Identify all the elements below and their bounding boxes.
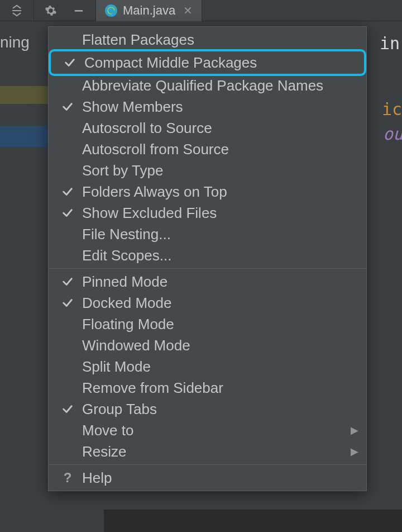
menu-item-resize[interactable]: Resize▶	[49, 441, 366, 462]
menu-item-label: Flatten Packages	[82, 31, 358, 49]
menu-item-label: Edit Scopes...	[82, 247, 358, 264]
gear-icon	[45, 4, 57, 17]
menu-item-show-members[interactable]: Show Members	[49, 96, 366, 117]
menu-item-label: Pinned Mode	[82, 273, 358, 291]
code-fragment-1: in	[380, 34, 400, 53]
menu-item-label: Resize	[82, 443, 351, 460]
menu-item-label: Autoscroll to Source	[82, 120, 358, 137]
partial-text-left: ning	[0, 34, 30, 51]
close-icon[interactable]: ✕	[183, 4, 193, 17]
settings-button[interactable]	[37, 1, 64, 21]
minimize-button[interactable]	[65, 1, 92, 21]
help-icon: ?	[53, 470, 82, 486]
menu-item-flatten-packages[interactable]: Flatten Packages	[49, 29, 366, 50]
menu-item-pinned-mode[interactable]: Pinned Mode	[49, 271, 366, 292]
check-icon	[53, 186, 82, 198]
check-icon	[53, 297, 82, 309]
collapse-button[interactable]	[3, 1, 30, 21]
left-highlight-blue	[0, 126, 48, 147]
menu-item-label: Docked Mode	[82, 294, 358, 312]
menu-item-label: Abbreviate Qualified Package Names	[82, 77, 358, 94]
check-icon	[53, 403, 82, 415]
menu-item-file-nesting[interactable]: File Nesting...	[49, 224, 366, 245]
editor-bottom-area	[104, 510, 402, 532]
collapse-icon	[11, 4, 23, 17]
code-fragment-2: ic	[382, 99, 402, 119]
menu-item-autoscroll-to-source[interactable]: Autoscroll to Source	[49, 117, 366, 139]
menu-item-label: Show Excluded Files	[82, 205, 358, 222]
menu-item-compact-middle-packages[interactable]: Compact Middle Packages	[49, 49, 366, 76]
menu-item-move-to[interactable]: Move to▶	[49, 420, 366, 441]
left-highlight-yellow	[0, 86, 48, 104]
editor-tab-main-java[interactable]: Main.java ✕	[96, 0, 202, 21]
toolbar-left-group	[0, 0, 34, 21]
menu-item-label: Compact Middle Packages	[84, 54, 356, 72]
menu-item-group-tabs[interactable]: Group Tabs	[49, 398, 366, 420]
menu-item-docked-mode[interactable]: Docked Mode	[49, 292, 366, 314]
menu-item-remove-from-sidebar[interactable]: Remove from Sidebar	[49, 377, 366, 398]
settings-dropdown-menu: Flatten PackagesCompact Middle PackagesA…	[48, 26, 367, 491]
menu-separator	[49, 464, 366, 465]
menu-item-abbreviate-qualified-package-names[interactable]: Abbreviate Qualified Package Names	[49, 75, 366, 96]
menu-item-label: Split Mode	[82, 358, 358, 376]
menu-item-label: Remove from Sidebar	[82, 379, 358, 397]
menu-item-show-excluded-files[interactable]: Show Excluded Files	[49, 202, 366, 224]
java-class-icon	[105, 4, 117, 17]
menu-item-label: Floating Mode	[82, 316, 358, 333]
code-fragment-3: ou	[383, 124, 402, 144]
toolbar-mid-group	[34, 0, 95, 21]
menu-item-folders-always-on-top[interactable]: Folders Always on Top	[49, 181, 366, 202]
menu-item-label: Help	[82, 469, 358, 487]
menu-item-edit-scopes[interactable]: Edit Scopes...	[49, 245, 366, 266]
menu-item-label: Autoscroll from Source	[82, 141, 358, 158]
menu-item-label: Windowed Mode	[82, 337, 358, 354]
check-icon	[53, 276, 82, 288]
tab-filename: Main.java	[123, 3, 175, 18]
menu-item-label: Group Tabs	[82, 401, 358, 418]
menu-item-label: Sort by Type	[82, 162, 358, 179]
check-icon	[55, 56, 84, 69]
menu-item-sort-by-type[interactable]: Sort by Type	[49, 160, 366, 181]
menu-item-autoscroll-from-source[interactable]: Autoscroll from Source	[49, 139, 366, 160]
menu-item-label: File Nesting...	[82, 226, 358, 243]
check-icon	[53, 101, 82, 113]
check-icon	[53, 207, 82, 219]
minimize-icon	[73, 4, 85, 17]
submenu-arrow-icon: ▶	[351, 424, 358, 436]
menu-item-label: Show Members	[82, 98, 358, 116]
menu-item-label: Folders Always on Top	[82, 183, 358, 201]
menu-separator	[49, 268, 366, 269]
toolbar: Main.java ✕	[0, 0, 402, 21]
submenu-arrow-icon: ▶	[351, 445, 358, 458]
svg-rect-0	[75, 10, 83, 12]
menu-item-help[interactable]: ?Help	[49, 467, 366, 488]
menu-item-windowed-mode[interactable]: Windowed Mode	[49, 335, 366, 356]
menu-item-label: Move to	[82, 422, 351, 439]
menu-item-floating-mode[interactable]: Floating Mode	[49, 314, 366, 335]
menu-item-split-mode[interactable]: Split Mode	[49, 356, 366, 377]
